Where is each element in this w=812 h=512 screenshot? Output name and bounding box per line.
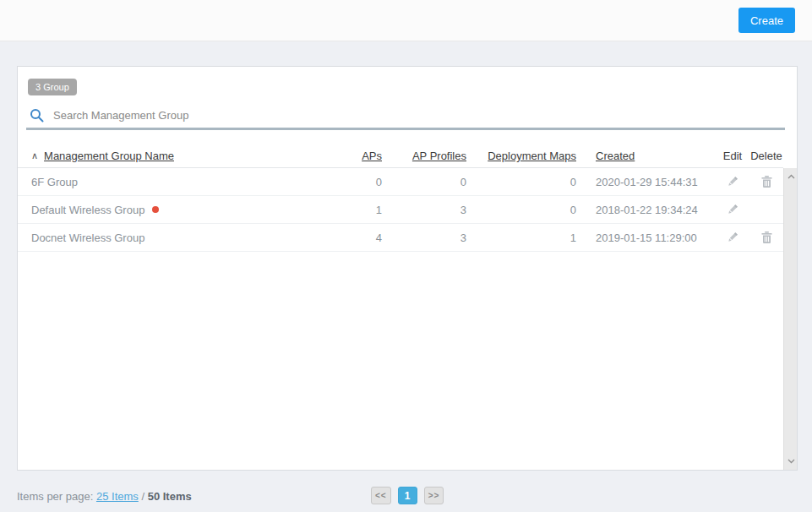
aps-cell: 1 (331, 204, 382, 216)
search-bar (26, 104, 785, 128)
deployment-maps-cell: 0 (466, 204, 576, 216)
table-row[interactable]: Docnet Wireless Group 4 3 1 2019-01-15 1… (18, 224, 783, 252)
edit-icon (726, 206, 739, 219)
edit-button[interactable] (724, 229, 741, 246)
column-header-label[interactable]: Deployment Maps (488, 150, 576, 162)
created-cell: 2019-01-15 11:29:00 (576, 231, 716, 244)
top-bar: Create (0, 0, 812, 41)
prev-page-button[interactable]: << (371, 487, 391, 504)
table-row[interactable]: Default Wireless Group 1 3 0 2018-01-22 … (18, 196, 783, 224)
edit-cell (716, 173, 749, 191)
aps-cell: 4 (331, 231, 382, 244)
edit-cell (716, 229, 749, 247)
delete-cell (749, 229, 783, 247)
column-header-edit: Edit (716, 150, 749, 162)
column-header-label[interactable]: AP Profiles (412, 150, 466, 162)
page-size-link[interactable]: 25 Items (96, 490, 139, 503)
column-header-aps[interactable]: APs (331, 150, 382, 162)
edit-icon (726, 178, 739, 191)
edit-icon (726, 234, 739, 247)
delete-button[interactable] (759, 173, 775, 190)
column-header-ap-profiles[interactable]: AP Profiles (382, 150, 466, 162)
column-header-management-group-name[interactable]: ∧ Management Group Name (18, 150, 331, 162)
ap-profiles-cell: 3 (382, 231, 466, 244)
next-page-button[interactable]: >> (424, 487, 444, 504)
group-count-badge: 3 Group (28, 79, 77, 95)
column-header-delete: Delete (749, 150, 783, 162)
items-separator: / (141, 490, 144, 503)
created-cell: 2018-01-22 19:34:24 (576, 204, 716, 216)
column-header-label: Edit (723, 150, 742, 162)
create-button[interactable]: Create (738, 8, 795, 33)
column-header-label[interactable]: APs (362, 150, 382, 162)
column-header-label[interactable]: Management Group Name (44, 150, 174, 162)
aps-cell: 0 (331, 176, 382, 188)
created-cell: 2020-01-29 15:44:31 (576, 176, 716, 188)
items-per-page-label: Items per page: (17, 490, 93, 503)
group-name-cell: Docnet Wireless Group (18, 231, 331, 244)
table-body: 6F Group 0 0 0 2020-01-29 15:44:31 (18, 168, 783, 470)
column-header-created[interactable]: Created (576, 150, 716, 162)
group-name: Docnet Wireless Group (31, 231, 144, 244)
items-per-page: Items per page: 25 Items / 50 Items (17, 490, 192, 503)
group-name: Default Wireless Group (31, 204, 144, 216)
edit-button[interactable] (724, 201, 741, 218)
delete-icon (760, 234, 773, 247)
delete-cell (749, 173, 783, 191)
group-name-cell: 6F Group (18, 176, 331, 188)
ap-profiles-cell: 3 (382, 204, 466, 216)
deployment-maps-cell: 1 (466, 231, 576, 244)
group-name-cell: Default Wireless Group (18, 204, 331, 216)
edit-cell (716, 201, 749, 219)
search-input[interactable] (53, 104, 785, 126)
scroll-down-icon[interactable] (784, 455, 798, 468)
ap-profiles-cell: 0 (382, 176, 466, 188)
group-name: 6F Group (31, 176, 78, 188)
search-underline (26, 128, 785, 130)
column-header-label: Delete (750, 150, 782, 162)
delete-cell (749, 201, 783, 219)
edit-button[interactable] (724, 173, 741, 190)
delete-icon (760, 178, 773, 191)
table-row[interactable]: 6F Group 0 0 0 2020-01-29 15:44:31 (18, 168, 783, 196)
delete-button[interactable] (759, 229, 775, 246)
management-group-panel: 3 Group ∧ Management Group Name APs AP P… (17, 66, 798, 471)
sort-asc-icon[interactable]: ∧ (31, 150, 38, 161)
vertical-scrollbar[interactable] (783, 168, 797, 470)
column-header-deployment-maps[interactable]: Deployment Maps (466, 150, 576, 162)
pagination: << 1 >> (371, 487, 444, 504)
table-header: ∧ Management Group Name APs AP Profiles … (18, 144, 783, 168)
scroll-up-icon[interactable] (784, 170, 798, 183)
deployment-maps-cell: 0 (466, 176, 576, 188)
column-header-label[interactable]: Created (596, 150, 635, 162)
current-page-button[interactable]: 1 (398, 487, 417, 504)
status-dot (152, 206, 159, 213)
total-items-label: 50 Items (148, 490, 192, 503)
